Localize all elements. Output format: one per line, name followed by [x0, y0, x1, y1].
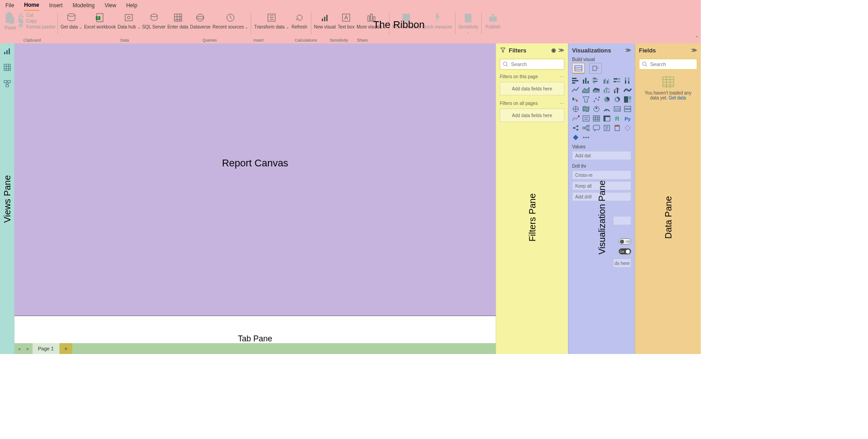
new-visual-button[interactable]: New visual: [313, 12, 337, 29]
report-canvas[interactable]: Report Canvas: [14, 43, 496, 343]
more-icon[interactable]: ⋯: [560, 74, 564, 79]
excel-workbook-button[interactable]: X Excel workbook: [83, 12, 117, 29]
keep-all-toggle[interactable]: On: [619, 248, 631, 255]
svg-rect-71: [574, 99, 576, 100]
copy-button[interactable]: Copy: [18, 18, 56, 24]
sql-server-button[interactable]: SQL Server: [141, 12, 167, 29]
quick-measure-button[interactable]: Quick measure: [421, 12, 453, 29]
viz-arcgis-icon[interactable]: [623, 124, 632, 132]
search-icon: [503, 61, 508, 67]
tab-file[interactable]: File: [5, 0, 14, 10]
fields-search[interactable]: [639, 59, 697, 70]
sensitivity-button[interactable]: Sensitivity⌄: [457, 12, 479, 35]
tab-modeling[interactable]: Modeling: [73, 0, 95, 10]
viz-python-icon[interactable]: Py: [623, 114, 632, 123]
viz-kpi-icon[interactable]: [571, 114, 580, 123]
viz-clustered-column-icon[interactable]: [602, 76, 611, 85]
viz-azure-map-icon[interactable]: [592, 105, 601, 113]
build-visual-tab[interactable]: [572, 63, 585, 74]
viz-key-influencers-icon[interactable]: [571, 124, 580, 132]
fields-search-input[interactable]: [650, 61, 713, 67]
viz-funnel-icon[interactable]: [582, 95, 591, 104]
svg-rect-46: [585, 78, 586, 84]
tab-prev-button[interactable]: ◄: [14, 343, 23, 354]
page-tab-bar: ◄ ► Page 1 +: [14, 343, 496, 354]
tab-insert[interactable]: Insert: [49, 0, 63, 10]
viz-map-icon[interactable]: [571, 105, 580, 113]
viz-stacked-column-icon[interactable]: [582, 76, 591, 85]
drill-right-box[interactable]: ds here: [613, 259, 631, 268]
tab-help[interactable]: Help: [126, 0, 137, 10]
viz-waterfall-icon[interactable]: [571, 95, 580, 104]
dataverse-button[interactable]: Dataverse: [189, 12, 212, 29]
viz-line-clustered-column-icon[interactable]: [602, 86, 611, 94]
collapse-fields-icon[interactable]: ≫: [691, 47, 697, 53]
viz-stacked-area-icon[interactable]: [592, 86, 601, 94]
data-hub-button[interactable]: Data hub ⌄: [117, 12, 141, 30]
publish-button[interactable]: Publish: [483, 12, 502, 29]
enter-data-button[interactable]: Enter data: [166, 12, 189, 29]
values-dropzone[interactable]: Add dat: [572, 151, 631, 160]
format-visual-tab[interactable]: [589, 63, 602, 74]
cross-report-toggle[interactable]: Off: [619, 238, 631, 245]
viz-100-stacked-column-icon[interactable]: [623, 76, 632, 85]
viz-filled-map-icon[interactable]: [582, 105, 591, 113]
filters-all-pages-dropzone[interactable]: Add data fields here: [500, 109, 564, 122]
paste-button[interactable]: Paste: [3, 12, 18, 30]
filters-search-input[interactable]: [511, 61, 573, 67]
viz-treemap-icon[interactable]: [623, 95, 632, 104]
viz-matrix-icon[interactable]: [602, 114, 611, 123]
viz-paginated-report-icon[interactable]: [613, 124, 622, 132]
svg-point-110: [588, 137, 589, 138]
recent-sources-button[interactable]: Recent sources ⌄: [211, 12, 249, 30]
viz-area-icon[interactable]: [582, 86, 591, 94]
viz-decomposition-tree-icon[interactable]: [582, 124, 591, 132]
viz-stacked-bar-icon[interactable]: [571, 76, 580, 85]
viz-ribbon-icon[interactable]: [623, 86, 632, 94]
more-icon[interactable]: ⋯: [560, 101, 564, 106]
cut-button[interactable]: Cut: [18, 12, 56, 18]
viz-multi-row-card-icon[interactable]: [623, 105, 632, 113]
svg-rect-43: [572, 80, 578, 81]
filters-this-page-dropzone[interactable]: Add data fields here: [500, 82, 564, 95]
tab-home[interactable]: Home: [24, 0, 39, 11]
viz-smart-narrative-icon[interactable]: [602, 124, 611, 132]
viz-card-icon[interactable]: 123: [613, 105, 622, 113]
viz-r-icon[interactable]: R: [613, 114, 622, 123]
viz-line-stacked-column-icon[interactable]: [613, 86, 622, 94]
get-data-button[interactable]: Get data ⌄: [60, 12, 83, 30]
viz-line-icon[interactable]: [571, 86, 580, 94]
collapse-ribbon-button[interactable]: ˆ: [696, 35, 698, 42]
tab-next-button[interactable]: ►: [23, 343, 33, 354]
viz-100-stacked-bar-icon[interactable]: [613, 76, 622, 85]
values-right-box[interactable]: [613, 216, 631, 225]
svg-rect-89: [624, 109, 631, 112]
show-hide-icon[interactable]: ◉: [551, 47, 556, 53]
viz-table-icon[interactable]: [592, 114, 601, 123]
viz-qa-icon[interactable]: [592, 124, 601, 132]
svg-point-75: [598, 99, 599, 101]
viz-scatter-icon[interactable]: [592, 95, 601, 104]
viz-slicer-icon[interactable]: [582, 114, 591, 123]
text-box-button[interactable]: A Text box: [337, 12, 356, 29]
viz-gauge-icon[interactable]: [602, 105, 611, 113]
collapse-viz-icon[interactable]: ≫: [625, 47, 631, 53]
refresh-button[interactable]: Refresh: [290, 12, 309, 29]
viz-donut-icon[interactable]: [613, 95, 622, 104]
tab-view[interactable]: View: [104, 0, 116, 10]
svg-rect-48: [593, 78, 596, 79]
format-painter-button[interactable]: Format painter: [18, 24, 56, 29]
report-view-button[interactable]: [2, 46, 12, 56]
viz-pie-icon[interactable]: [602, 95, 611, 104]
model-view-button[interactable]: [2, 79, 12, 89]
collapse-filters-icon[interactable]: ≫: [558, 47, 564, 53]
transform-data-button[interactable]: Transform data ⌄: [253, 12, 290, 30]
page-tab-1[interactable]: Page 1: [33, 343, 60, 354]
viz-power-apps-icon[interactable]: [571, 133, 580, 142]
viz-more-icon[interactable]: [582, 133, 591, 142]
filters-search[interactable]: [500, 59, 564, 70]
viz-clustered-bar-icon[interactable]: [592, 76, 601, 85]
get-data-link[interactable]: Get data: [669, 95, 686, 100]
data-view-button[interactable]: [2, 62, 12, 72]
add-page-button[interactable]: +: [60, 343, 72, 354]
